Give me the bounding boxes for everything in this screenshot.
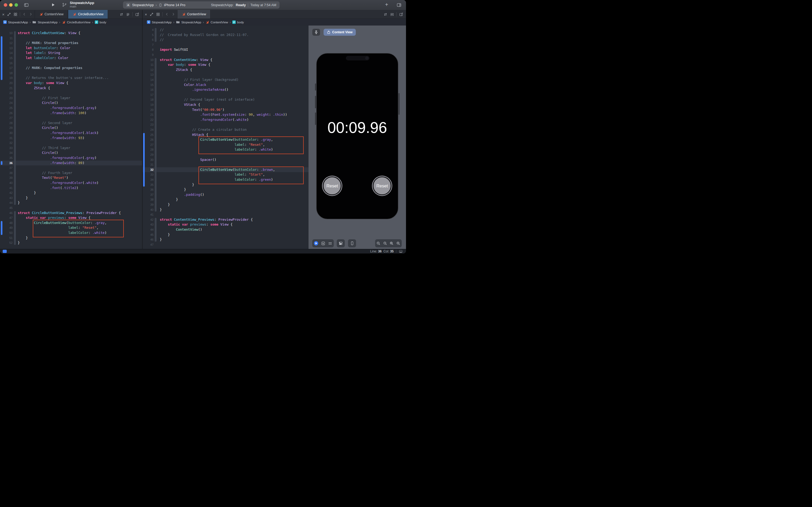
line-number[interactable]: 30 bbox=[0, 130, 13, 135]
variants-mode-button[interactable] bbox=[328, 241, 332, 245]
line-number[interactable]: 24 bbox=[142, 127, 154, 132]
line-number[interactable]: 22 bbox=[142, 117, 154, 122]
line-number[interactable]: 29 bbox=[0, 125, 13, 130]
line-number[interactable]: 35 bbox=[0, 156, 13, 161]
line-number[interactable]: 39 bbox=[0, 175, 13, 180]
line-number[interactable]: 37 bbox=[0, 165, 13, 171]
code-line[interactable]: ContentView() bbox=[160, 227, 202, 232]
preview-target-chip[interactable]: Content View bbox=[324, 29, 356, 36]
code-line[interactable]: // Second layer bbox=[18, 121, 72, 126]
line-number[interactable]: 5 bbox=[142, 33, 154, 38]
breadcrumb-item[interactable]: AStopwatchApp bbox=[147, 20, 172, 24]
code-line[interactable]: .frame(width: 100) bbox=[18, 111, 86, 116]
code-line[interactable]: .foregroundColor(.white) bbox=[18, 180, 99, 185]
line-number[interactable]: 16 bbox=[142, 87, 154, 92]
code-line[interactable]: var body: some View { bbox=[160, 62, 210, 67]
breadcrumb-item[interactable]: ContentView bbox=[206, 20, 228, 24]
code-line[interactable]: } bbox=[18, 195, 28, 201]
code-line[interactable]: } bbox=[160, 187, 186, 192]
code-line[interactable]: struct CircleButtonView: View { bbox=[18, 31, 80, 36]
code-line[interactable]: // bbox=[160, 27, 164, 33]
code-line[interactable]: .frame(width: 93) bbox=[18, 135, 84, 141]
code-folding-ribbon[interactable] bbox=[14, 211, 16, 245]
add-editor-icon[interactable] bbox=[399, 12, 403, 16]
line-number[interactable]: 23 bbox=[0, 96, 13, 101]
code-line[interactable]: .padding() bbox=[160, 192, 205, 198]
line-number[interactable]: 17 bbox=[142, 92, 154, 98]
tab-circlebuttonview[interactable]: CircleButtonView bbox=[68, 10, 108, 18]
device-settings-button[interactable] bbox=[337, 239, 345, 247]
zoom-in-button[interactable] bbox=[396, 241, 400, 245]
code-line[interactable]: // First layer (background) bbox=[160, 77, 239, 82]
code-line[interactable]: .frame(width: 89) bbox=[18, 161, 84, 166]
code-line[interactable]: } bbox=[160, 202, 170, 207]
scheme-status-capsule[interactable]: A StopwatchApp › iPhone 14 Pro Stopwatch… bbox=[123, 1, 280, 9]
line-number[interactable]: 20 bbox=[0, 80, 13, 86]
line-number[interactable]: 47 bbox=[0, 215, 13, 220]
line-number[interactable]: 41 bbox=[0, 185, 13, 191]
code-line[interactable]: Text("Reset") bbox=[18, 175, 68, 180]
code-line[interactable]: // Second layer (rest of interface) bbox=[160, 97, 255, 102]
code-line[interactable]: } bbox=[160, 182, 194, 187]
code-line[interactable]: Spacer() bbox=[160, 157, 217, 163]
line-number[interactable]: 34 bbox=[0, 150, 13, 156]
breadcrumb-item[interactable]: Pbody bbox=[232, 20, 244, 24]
add-editor-icon[interactable] bbox=[135, 12, 139, 16]
line-number[interactable]: 31 bbox=[0, 135, 13, 141]
left-code-editor[interactable]: 10struct CircleButtonView: View {1112 //… bbox=[0, 25, 142, 249]
line-number[interactable]: 18 bbox=[142, 97, 154, 102]
line-number[interactable]: 32 bbox=[0, 140, 13, 146]
close-window-button[interactable] bbox=[4, 3, 7, 7]
code-line[interactable]: let buttonColor: Color bbox=[18, 46, 70, 51]
line-number[interactable]: 41 bbox=[142, 212, 154, 217]
line-number[interactable]: 26 bbox=[0, 111, 13, 116]
line-number[interactable]: 7 bbox=[142, 43, 154, 48]
code-line[interactable]: struct CircleButtonView_Previews: Previe… bbox=[18, 211, 121, 216]
line-number[interactable]: 44 bbox=[0, 200, 13, 206]
line-number[interactable]: 20 bbox=[142, 107, 154, 113]
expand-editor-icon[interactable] bbox=[150, 12, 154, 16]
code-line[interactable]: // bbox=[160, 37, 164, 43]
code-line[interactable]: // Create a circular button bbox=[160, 127, 247, 132]
forward-button[interactable] bbox=[29, 12, 33, 16]
minimap-icon[interactable] bbox=[390, 12, 394, 16]
line-number[interactable]: 10 bbox=[142, 57, 154, 63]
line-number[interactable]: 15 bbox=[142, 82, 154, 88]
line-number[interactable]: 6 bbox=[142, 37, 154, 43]
line-number[interactable]: 45 bbox=[142, 232, 154, 237]
code-line[interactable]: } bbox=[18, 240, 20, 245]
line-number[interactable]: 47 bbox=[142, 242, 154, 247]
line-number[interactable]: 23 bbox=[142, 122, 154, 127]
minimize-window-button[interactable] bbox=[9, 3, 13, 7]
line-number[interactable]: 38 bbox=[0, 171, 13, 176]
line-number[interactable]: 33 bbox=[0, 146, 13, 151]
line-number[interactable]: 43 bbox=[142, 222, 154, 227]
navigator-sidebar-toggle[interactable] bbox=[23, 3, 29, 7]
run-destination[interactable]: iPhone 14 Pro bbox=[164, 3, 185, 7]
scheme-name[interactable]: StopwatchApp bbox=[132, 3, 154, 7]
code-folding-ribbon[interactable] bbox=[155, 218, 157, 242]
code-line[interactable]: ZStack { bbox=[18, 86, 50, 91]
tab-contentview[interactable]: ContentView bbox=[177, 10, 211, 18]
run-button[interactable] bbox=[51, 3, 55, 7]
code-line[interactable]: static var previews: some View { bbox=[160, 222, 233, 227]
line-number[interactable]: 52 bbox=[0, 240, 13, 245]
line-number[interactable]: 37 bbox=[142, 192, 154, 198]
line-number[interactable]: 8 bbox=[142, 47, 154, 52]
line-number[interactable]: 10 bbox=[0, 31, 13, 36]
forward-button[interactable] bbox=[171, 12, 175, 16]
code-line[interactable]: // MARK: Stored properties bbox=[18, 41, 78, 46]
zoom-window-button[interactable] bbox=[14, 3, 18, 7]
code-line[interactable]: // Third layer bbox=[18, 146, 70, 151]
code-line[interactable]: struct ContentView_Previews: PreviewProv… bbox=[160, 217, 253, 222]
line-number[interactable]: 12 bbox=[142, 67, 154, 72]
code-line[interactable]: } bbox=[160, 232, 170, 237]
code-line[interactable]: // Created by Russell Gordon on 2022-11-… bbox=[160, 33, 249, 38]
code-line[interactable]: Circle() bbox=[18, 125, 58, 130]
expand-editor-icon[interactable] bbox=[7, 12, 11, 16]
code-line[interactable]: VStack { bbox=[160, 102, 200, 107]
breadcrumb-item[interactable]: AStopwatchApp bbox=[3, 20, 28, 24]
code-line[interactable]: Circle() bbox=[18, 150, 58, 156]
code-line[interactable]: // MARK: Computed properties bbox=[18, 65, 82, 71]
code-line[interactable]: var body: some View { bbox=[18, 80, 68, 86]
